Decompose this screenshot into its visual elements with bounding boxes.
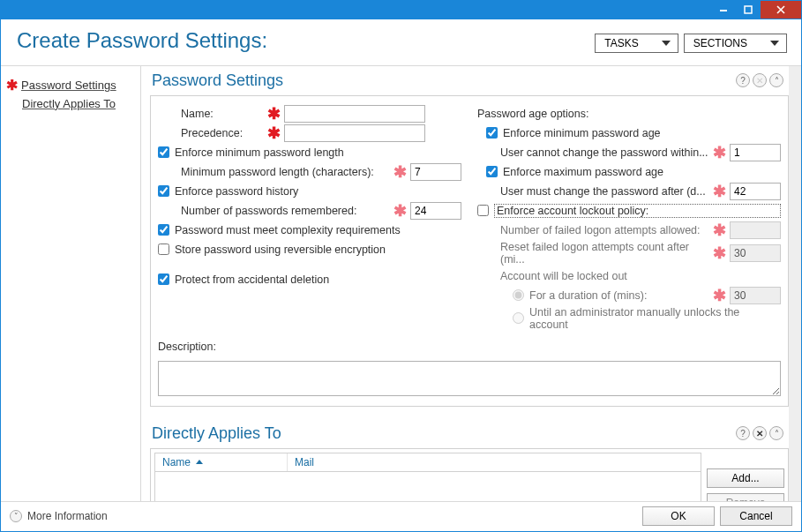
duration-input [730,287,781,304]
applies-table-header: Name Mail [154,453,701,472]
precedence-input[interactable] [284,124,425,142]
collapse-icon[interactable]: ˄ [769,73,783,87]
column-mail[interactable]: Mail [288,453,701,471]
help-icon[interactable]: ? [736,426,750,440]
add-button[interactable]: Add... [707,468,784,488]
duration-radio [513,289,524,301]
remove-button[interactable]: Remove [707,493,784,501]
sidebar-item-directly-applies-to[interactable]: Directly Applies To [6,95,137,112]
enforce-max-age-checkbox[interactable] [486,166,498,177]
password-settings-title: Password Settings [152,71,283,90]
required-icon: ✱ [390,167,410,177]
help-icon[interactable]: ? [736,73,750,87]
age-options-label: Password age options: [477,108,588,120]
reversible-checkbox[interactable] [158,244,169,255]
enforce-history-checkbox[interactable] [158,185,169,197]
sections-dropdown[interactable]: SECTIONS [684,34,787,53]
max-age-input[interactable] [730,183,781,200]
min-age-input[interactable] [730,144,781,161]
sort-asc-icon [196,460,203,464]
required-icon: ✱ [390,206,410,216]
svg-rect-1 [745,6,752,13]
chevron-down-icon [662,41,671,46]
description-input[interactable] [158,361,781,396]
enforce-min-length-checkbox[interactable] [158,146,169,158]
applies-table-body [154,472,701,501]
minimize-button[interactable] [711,1,736,19]
reset-count-input [730,244,781,262]
protect-checkbox[interactable] [158,273,169,285]
failed-attempts-input [730,221,781,239]
chevron-down-icon: ˅ [10,510,22,522]
enforce-min-age-checkbox[interactable] [486,127,498,139]
column-name[interactable]: Name [155,453,288,471]
collapse-icon[interactable]: ˄ [769,426,783,440]
required-icon: ✱ [709,186,730,197]
scrollbar[interactable] [789,66,801,501]
chevron-down-icon [770,41,779,46]
required-icon: ✱ [709,225,730,236]
page-title: Create Password Settings: [17,28,267,53]
close-button[interactable] [761,1,801,19]
tasks-dropdown[interactable]: TASKS [595,34,678,53]
name-input[interactable] [284,105,425,123]
required-icon: ✱ [709,290,730,301]
more-information-toggle[interactable]: ˅ More Information [10,510,108,522]
min-length-input[interactable] [410,163,461,181]
titlebar [1,1,801,19]
required-icon: ✱ [709,248,730,259]
cancel-button[interactable]: Cancel [720,506,792,526]
maximize-button[interactable] [736,1,761,19]
name-label: Name: [181,108,264,120]
complexity-checkbox[interactable] [158,224,169,236]
sidebar: ✱Password Settings Directly Applies To [1,66,140,501]
close-panel-icon[interactable]: ✕ [753,426,767,440]
required-icon: ✱ [264,128,284,139]
precedence-label: Precedence: [181,127,264,139]
lockout-checkbox[interactable] [477,205,489,216]
required-icon: ✱ [6,77,18,94]
sidebar-item-password-settings[interactable]: ✱Password Settings [6,75,137,95]
close-panel-icon[interactable]: ✕ [753,73,767,87]
required-icon: ✱ [709,147,730,158]
until-admin-radio [513,312,524,324]
history-input[interactable] [410,202,461,220]
description-label: Description: [158,341,216,353]
required-icon: ✱ [264,109,284,119]
ok-button[interactable]: OK [642,506,715,526]
directly-applies-to-title: Directly Applies To [152,424,281,443]
